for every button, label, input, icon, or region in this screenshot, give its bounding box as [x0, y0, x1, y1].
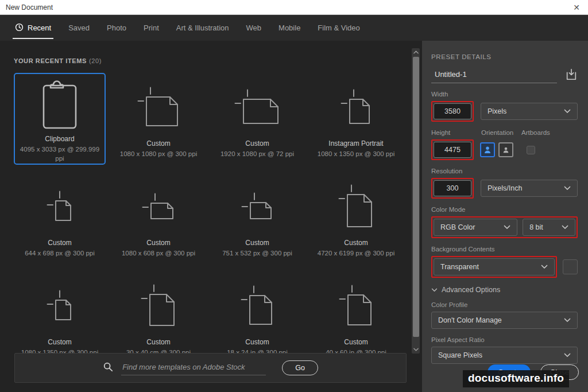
- recent-item-5[interactable]: Custom1080 x 608 px @ 300 ppi: [113, 172, 204, 264]
- recent-item-8[interactable]: Custom1080 x 1350 px @ 300 ppi: [14, 271, 106, 363]
- tab-label: Print: [144, 24, 159, 32]
- document-icon: [234, 77, 280, 137]
- recent-item-1[interactable]: Custom1080 x 1080 px @ 300 ppi: [113, 73, 204, 165]
- recent-item-10[interactable]: Custom18 x 24 in @ 300 ppi: [211, 271, 303, 363]
- preset-details-panel: PRESET DETAILS Untitled-1 Width 3580 Pix…: [422, 41, 588, 392]
- document-icon: [241, 177, 273, 236]
- landscape-person-icon: [501, 145, 510, 154]
- background-color-swatch[interactable]: [563, 259, 578, 274]
- recent-item-3[interactable]: Instagram Portrait1080 x 1350 px @ 300 p…: [310, 73, 402, 165]
- chevron-down-icon: [564, 186, 571, 191]
- resolution-highlight: 300: [431, 178, 474, 199]
- tab-web[interactable]: Web: [246, 15, 262, 41]
- recent-items-heading-text: YOUR RECENT ITEMS: [14, 57, 87, 64]
- artboards-checkbox[interactable]: [527, 146, 535, 154]
- background-contents-label: Background Contents: [431, 246, 578, 253]
- width-input[interactable]: 3580: [434, 103, 471, 119]
- orientation-portrait-button[interactable]: [480, 142, 495, 157]
- recent-item-0[interactable]: Clipboard4095 x 3033 px @ 299.999 ppi: [14, 73, 106, 165]
- orientation-landscape-button[interactable]: [498, 142, 513, 157]
- width-highlight: 3580: [431, 101, 474, 122]
- bit-depth-select[interactable]: 8 bit: [523, 219, 575, 236]
- resolution-unit-value: Pixels/Inch: [488, 184, 522, 192]
- tab-recent[interactable]: Recent: [15, 15, 51, 41]
- tab-film-video[interactable]: Film & Video: [318, 15, 359, 41]
- window-title: New Document: [6, 3, 53, 11]
- tab-label: Web: [246, 24, 262, 32]
- advanced-options-toggle[interactable]: Advanced Options: [431, 286, 578, 294]
- recent-items-grid: Clipboard4095 x 3033 px @ 299.999 ppi Cu…: [14, 73, 402, 363]
- recent-item-4[interactable]: Custom644 x 698 px @ 300 ppi: [14, 172, 106, 264]
- pixel-aspect-ratio-value: Square Pixels: [438, 351, 482, 359]
- clock-icon: [15, 23, 24, 33]
- item-name: Custom: [48, 338, 71, 346]
- artboards-label: Artboards: [521, 129, 550, 136]
- clipboard-icon: [41, 77, 78, 133]
- chevron-down-icon: [564, 353, 571, 358]
- recent-item-9[interactable]: Custom30 x 40 cm @ 300 ppi: [113, 271, 204, 363]
- item-dimensions: 4095 x 3033 px @ 299.999 ppi: [15, 145, 105, 164]
- document-icon: [338, 177, 374, 236]
- item-name: Custom: [344, 239, 368, 247]
- tab-saved[interactable]: Saved: [68, 15, 90, 41]
- item-dimensions: 1920 x 1080 px @ 72 ppi: [217, 149, 297, 159]
- chevron-down-icon: [564, 109, 571, 114]
- watermark: docusoftware.info: [463, 370, 569, 387]
- document-icon: [47, 177, 73, 236]
- background-contents-value: Transparent: [440, 263, 479, 271]
- item-name: Custom: [245, 338, 269, 346]
- item-name: Custom: [146, 239, 170, 247]
- item-name: Clipboard: [45, 135, 74, 143]
- width-unit-select[interactable]: Pixels: [481, 103, 578, 120]
- document-icon: [47, 276, 73, 336]
- resolution-input[interactable]: 300: [434, 180, 471, 196]
- color-mode-select[interactable]: RGB Color: [434, 219, 517, 236]
- scrollbar[interactable]: [412, 48, 420, 354]
- item-name: Custom: [146, 338, 170, 346]
- scroll-up-icon[interactable]: [412, 48, 420, 56]
- item-dimensions: 1080 x 608 px @ 300 ppi: [118, 249, 199, 258]
- adobe-stock-search-bar: Go: [14, 353, 407, 383]
- document-icon: [141, 276, 176, 336]
- scrollbar-thumb[interactable]: [413, 57, 419, 337]
- pixel-aspect-ratio-select[interactable]: Square Pixels: [431, 347, 578, 364]
- recent-item-2[interactable]: Custom1920 x 1080 px @ 72 ppi: [211, 73, 303, 165]
- recent-item-11[interactable]: Custom40 x 60 in @ 300 ppi: [310, 271, 402, 363]
- width-unit-value: Pixels: [488, 107, 506, 115]
- tab-print[interactable]: Print: [144, 15, 159, 41]
- preset-details-heading: PRESET DETAILS: [431, 53, 578, 60]
- tab-art-illustration[interactable]: Art & Illustration: [176, 15, 229, 41]
- item-name: Custom: [146, 139, 170, 148]
- background-contents-select[interactable]: Transparent: [434, 258, 555, 275]
- close-icon[interactable]: ✕: [571, 3, 582, 12]
- recent-item-6[interactable]: Custom751 x 532 px @ 300 ppi: [211, 172, 303, 264]
- tab-label: Film & Video: [318, 24, 359, 32]
- save-preset-icon[interactable]: [565, 68, 578, 83]
- item-dimensions: 1080 x 1350 px @ 300 ppi: [314, 149, 398, 159]
- chevron-down-icon: [564, 318, 571, 323]
- recent-item-7[interactable]: Custom4720 x 6199 px @ 300 ppi: [310, 172, 402, 264]
- search-icon: [103, 362, 113, 374]
- color-profile-select[interactable]: Don't Color Manage: [431, 312, 578, 329]
- search-input[interactable]: [121, 361, 266, 375]
- document-icon: [341, 77, 372, 137]
- document-name-field[interactable]: Untitled-1: [431, 68, 557, 83]
- go-button[interactable]: Go: [282, 360, 318, 375]
- resolution-unit-select[interactable]: Pixels/Inch: [481, 180, 578, 197]
- height-input[interactable]: 4475: [434, 142, 471, 158]
- tab-label: Art & Illustration: [176, 24, 229, 32]
- tab-photo[interactable]: Photo: [107, 15, 126, 41]
- scroll-down-icon[interactable]: [412, 346, 420, 354]
- item-dimensions: 4720 x 6199 px @ 300 ppi: [314, 249, 398, 258]
- tab-mobile[interactable]: Mobile: [278, 15, 300, 41]
- color-mode-label: Color Mode: [431, 206, 578, 213]
- orientation-label: Orientation: [481, 129, 521, 136]
- tab-label: Photo: [107, 24, 126, 32]
- chevron-down-icon: [562, 225, 568, 230]
- advanced-options-label: Advanced Options: [442, 286, 500, 294]
- item-dimensions: 751 x 532 px @ 300 ppi: [219, 249, 296, 258]
- item-dimensions: 644 x 698 px @ 300 ppi: [21, 249, 98, 258]
- bit-depth-value: 8 bit: [529, 223, 543, 231]
- item-name: Instagram Portrait: [328, 139, 383, 148]
- tab-bar: RecentSavedPhotoPrintArt & IllustrationW…: [0, 15, 588, 41]
